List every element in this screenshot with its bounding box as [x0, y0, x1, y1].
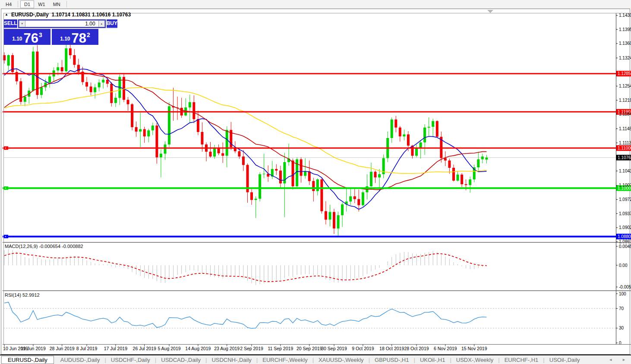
timeframe-button-mn[interactable]: MN [49, 0, 64, 8]
candle-body [57, 67, 59, 71]
macd-axis-label: 0.004536 [619, 244, 631, 249]
buy-price-prefix: 1.10 [60, 36, 70, 42]
price-axis-label: 1.11840 [619, 112, 631, 116]
candle-body [255, 199, 257, 200]
chart-canvas[interactable]: 1.128511.119011.110001.100031.088001.107… [3, 9, 631, 354]
pane-separator[interactable] [3, 242, 631, 243]
pane-separator[interactable] [3, 290, 631, 291]
candle-body [135, 127, 138, 132]
sell-price-big: 76 [24, 32, 38, 44]
volume-decrease-icon[interactable]: ▼ [19, 20, 25, 27]
tabs-scroll-left-icon[interactable]: ◄ [609, 358, 612, 362]
candle-body [19, 82, 22, 102]
buy-button[interactable]: BUY [107, 19, 117, 28]
candle-body [362, 192, 364, 205]
candle-body [275, 169, 278, 171]
candle-body [407, 135, 410, 146]
candle-body [102, 80, 104, 83]
candle-body [423, 128, 426, 143]
candle-body [250, 192, 253, 200]
price-axis-label: 1.09720 [619, 197, 631, 202]
collapse-arrow-icon[interactable]: ▲ [5, 13, 8, 16]
timeframe-button-d1[interactable]: D1 [20, 0, 34, 8]
candle-body [444, 158, 447, 161]
date-axis-label: 18 Oct 2019 [379, 346, 404, 351]
candle-body [394, 119, 397, 128]
macd-signal-line [4, 253, 486, 282]
tab-usdchf-daily[interactable]: USDCHF-,Daily [106, 357, 155, 363]
tab-eurusd-daily[interactable]: EURUSD-,Daily [1, 356, 54, 364]
candle-body [391, 119, 393, 138]
ma-line-slow [4, 88, 486, 173]
tab-xauusd-weekly[interactable]: XAUUSD-,Weekly [314, 357, 369, 363]
candle-body [160, 154, 162, 157]
tab-usoil-daily[interactable]: USOil-,Daily [545, 357, 585, 363]
candle-body [209, 152, 212, 157]
rsi-axis-label: 70 [619, 306, 624, 311]
candle-body [415, 148, 418, 156]
date-axis-label: 5 Aug 2019 [158, 346, 180, 351]
candle-body [259, 174, 261, 199]
sell-price-display[interactable]: 1.10 76 3 [4, 29, 50, 45]
timeframe-button-h4[interactable]: H4 [2, 0, 16, 8]
date-axis-label: 11 Sep 2019 [268, 346, 293, 351]
candle-body [98, 82, 101, 87]
sell-price-pipette: 3 [39, 31, 42, 38]
candle-body [477, 159, 480, 167]
tab-audusd-daily[interactable]: AUDUSD-,Daily [56, 357, 105, 363]
tab-usdcad-daily[interactable]: USDCAD-,Daily [156, 357, 205, 363]
tab-eurchf-weekly[interactable]: EURCHF-,Weekly [258, 357, 312, 363]
candle-body [481, 157, 484, 160]
sell-price-prefix: 1.10 [12, 36, 22, 42]
timeframe-button-w1[interactable]: W1 [34, 0, 49, 8]
tabs-scroll-right-icon[interactable]: ► [622, 358, 626, 362]
candle-body [90, 87, 92, 92]
candle-body [94, 88, 96, 92]
candle-body [279, 171, 282, 184]
chart-ohlc-values: 1.10714 1.10831 1.10616 1.10763 [52, 12, 131, 18]
candlesticks [3, 43, 488, 237]
candle-body [189, 102, 191, 107]
volume-input[interactable] [25, 20, 98, 27]
candle-body [329, 212, 331, 220]
candle-body [164, 144, 167, 154]
volume-increase-icon[interactable]: ▲ [98, 20, 105, 27]
tab-ukoil-h1[interactable]: UKOil-,H1 [415, 357, 450, 363]
date-axis-label: 19 Jun 2019 [21, 346, 46, 351]
rsi-line [4, 302, 486, 329]
candle-body [85, 82, 88, 86]
buy-price-big: 78 [72, 32, 86, 44]
date-axis-label: 15 Nov 2019 [461, 346, 487, 351]
chart-shift-marker-icon[interactable] [487, 10, 493, 13]
candle-body [263, 174, 265, 174]
buy-price-display[interactable]: 1.10 78 2 [52, 29, 98, 45]
candle-body [131, 104, 133, 127]
macd-axis-label: -0.005205 [619, 285, 631, 289]
candle-body [461, 175, 463, 184]
one-click-trading-panel: SELL ▼ ▲ BUY 1.10 76 3 1.10 78 2 [4, 19, 98, 45]
candle-body [399, 128, 401, 137]
macd-axis-label: 0.00 [619, 263, 628, 268]
date-axis-label: 20 Sep 2019 [297, 346, 322, 351]
sell-button[interactable]: SELL [4, 19, 17, 28]
candle-body [349, 196, 352, 201]
candle-body [201, 132, 203, 144]
macd-indicator-label: MACD(12,26,9) -0.000654 -0.000882 [5, 244, 83, 249]
candle-body [457, 175, 459, 181]
tab-usdx-weekly[interactable]: USDX-,Weekly [451, 357, 498, 363]
date-axis-label: 9 Oct 2019 [352, 346, 374, 351]
timeframe-buttons: H4D1W1MN [2, 0, 69, 8]
price-axis-label: 1.13600 [619, 41, 631, 46]
candle-body [485, 157, 488, 160]
candle-body [465, 184, 467, 185]
ma-line-medium [4, 73, 486, 190]
tab-gbpusd-h1[interactable]: GBPUSD-,H1 [370, 357, 413, 363]
price-axis-label: 1.09020 [619, 225, 631, 230]
tab-eurchf-h1[interactable]: EURCHF-,H1 [500, 357, 543, 363]
axis-price-tag-label: 1.11000 [618, 146, 631, 151]
rsi-axis-label: 30 [619, 326, 624, 330]
tab-usdcnh-daily[interactable]: USDCNH-,Daily [207, 357, 256, 363]
candle-body [73, 55, 76, 65]
candle-body [312, 181, 315, 191]
date-axis-label: 17 Jul 2019 [104, 346, 127, 351]
